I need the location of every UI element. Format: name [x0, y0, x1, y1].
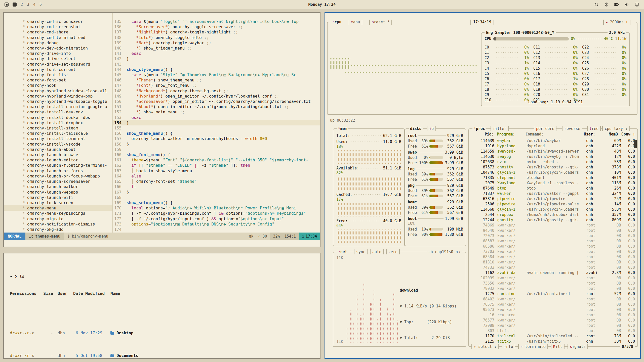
filter-button[interactable]: filter: [491, 126, 509, 131]
file-item[interactable]: *omarchy-install-dropbox: [4, 120, 112, 125]
tree-button[interactable]: tree: [587, 126, 601, 131]
io-button[interactable]: io: [427, 126, 436, 131]
preset-button[interactable]: preset *: [369, 20, 392, 25]
process-row[interactable]: 94540 kworker/ root 0B 0.0: [471, 228, 635, 233]
process-row[interactable]: 16 rcu_pree root 0B 0.0: [471, 312, 635, 318]
process-row[interactable]: 114659 swayosd- /usr/bin/swayosd-server …: [471, 149, 635, 154]
process-row[interactable]: 1162 avahi-da avahi-daemon: running [ av…: [471, 270, 635, 275]
file-item[interactable]: *omarchy-drive-select: [4, 56, 112, 61]
process-row[interactable]: 87649 btop btop dhh 26M 0.0: [471, 186, 635, 191]
process-row[interactable]: 803 btrfs-tr root 0B 0.0: [471, 328, 635, 333]
volume-icon[interactable]: [624, 2, 629, 7]
process-row[interactable]: 79032 kworker/ root 0B 0.0: [471, 286, 635, 291]
signals-control[interactable]: signals: [568, 344, 588, 349]
file-item[interactable]: *omarchy-hook: [4, 83, 112, 88]
select-control[interactable]: ↑ select ↓: [471, 344, 499, 349]
terminate-control[interactable]: ← terminate: [518, 344, 548, 349]
process-row[interactable]: 95673 kworker/ root 0B 0.0: [471, 307, 635, 312]
process-row[interactable]: 68586 kworker/ root 0B 0.0: [471, 244, 635, 249]
bluetooth-icon[interactable]: [604, 2, 609, 7]
process-row[interactable]: 72073 kworker/ root 0B 0.0: [471, 233, 635, 238]
workspace-2[interactable]: 2: [21, 2, 23, 7]
monitor-icon[interactable]: [634, 2, 639, 7]
process-row[interactable]: 68583 kworker/ root 0B 0.0: [471, 238, 635, 244]
process-row[interactable]: 1170 tailscal /usr/sbin/tailscaled -- ro…: [471, 333, 635, 339]
file-item[interactable]: *omarchy-launch-or-focus-webapp: [4, 173, 112, 179]
battery-icon[interactable]: [614, 2, 619, 7]
workspace-1-active[interactable]: [13, 3, 17, 7]
reverse-button[interactable]: reverse: [562, 126, 582, 131]
file-item[interactable]: *omarchy-install-docker-dbs: [4, 115, 112, 120]
net-interface[interactable]: ←b enp191s0 n→: [427, 249, 462, 254]
process-row[interactable]: 114630 swaybg /usr/bin/swaybg -i /hom dh…: [471, 154, 635, 159]
process-row[interactable]: 1275 containe /usr/bin/containerd root 5…: [471, 291, 635, 296]
process-row[interactable]: 68584 kworker/ root 0B 0.0: [471, 254, 635, 259]
file-item[interactable]: *omarchy-launch-editor: [4, 157, 112, 163]
file-item[interactable]: *omarchy-drive-info: [4, 51, 112, 56]
file-item[interactable]: *omarchy-launch-browser: [4, 152, 112, 157]
file-item[interactable]: *omarchy-debug: [4, 40, 112, 46]
file-item[interactable]: *omarchy-launch-about: [4, 147, 112, 152]
process-row[interactable]: 87573 ghostty /usr/bin/ghostty --gtk- dh…: [471, 164, 635, 170]
file-item[interactable]: *omarchy-launch-walker: [4, 184, 112, 189]
workspace-5[interactable]: 5: [39, 2, 42, 7]
file-item[interactable]: *omarchy-launch-wifi: [4, 195, 112, 200]
process-row[interactable]: 76575 kworker/ root 0B 0.0: [471, 302, 635, 307]
zero-button[interactable]: zero: [386, 249, 400, 254]
auto-button[interactable]: auto: [370, 249, 384, 254]
kill-control[interactable]: Kill: [551, 344, 565, 349]
file-item[interactable]: *omarchy-launch-or-focus: [4, 168, 112, 173]
process-row[interactable]: 12244 ghostty /usr/bin/ghostty --gtk- dh…: [471, 217, 635, 222]
sort-selector[interactable]: cpu lazy ↕: [602, 126, 630, 131]
file-item[interactable]: *omarchy-notification-dismiss: [4, 221, 112, 227]
file-item[interactable]: *omarchy-install-dev-env: [4, 109, 112, 115]
file-item[interactable]: *omarchy-drive-set-password: [4, 62, 112, 67]
process-row[interactable]: 71835 elephant elephant dhh 401M 0.0: [471, 175, 635, 180]
process-row[interactable]: 63816 pipewire /usr/bin/pipewire dhh 25M…: [471, 196, 635, 201]
update-interval[interactable]: -2000ms+: [603, 20, 630, 25]
process-row[interactable]: 68402 kworker/ root 0B 0.0: [471, 296, 635, 302]
process-row[interactable]: 76577 kworker/ root 0B 0.0: [471, 318, 635, 323]
file-item[interactable]: *omarchy-launch-floating-terminal-: [4, 163, 112, 168]
file-item[interactable]: *omarchy-font-set: [4, 77, 112, 83]
file-item[interactable]: *omarchy-cmd-share: [4, 29, 112, 35]
file-item[interactable]: *omarchy-font-current: [4, 67, 112, 72]
file-item[interactable]: *omarchy-menu: [4, 205, 112, 211]
process-row[interactable]: 104746 glycin-i /usr/lib/glycin-loaders …: [471, 170, 635, 175]
updates-icon[interactable]: [594, 2, 599, 7]
file-item[interactable]: *omarchy-hyprland-window-pop: [4, 94, 112, 99]
process-row[interactable]: 73703 kworker/ root 0B 0.0: [471, 249, 635, 254]
process-row[interactable]: 2544 dropbox /home/dhh/.dropbox-dist dhh…: [471, 212, 635, 217]
workspace-4[interactable]: 4: [33, 2, 35, 7]
file-item[interactable]: *omarchy-pkg-add: [4, 227, 112, 232]
file-item[interactable]: *omarchy-hyprland-window-close-all: [4, 88, 112, 94]
process-row[interactable]: 81310 kworker/ root 0B 0.0: [471, 259, 635, 265]
file-item[interactable]: *omarchy-hyprland-workspace-toggle: [4, 99, 112, 104]
file-item[interactable]: *omarchy-dev-add-migration: [4, 46, 112, 51]
file-item[interactable]: *omarchy-menu-keybindings: [4, 211, 112, 216]
process-row[interactable]: 71837 walker /usr/bin/walker --gappl dhh…: [471, 191, 635, 196]
code-editor[interactable]: 135 case $(menu "Toggle" "▢ Screensaver\…: [113, 13, 320, 233]
file-item[interactable]: *omarchy-install-vscode: [4, 142, 112, 147]
proc-scrollbar-thumb[interactable]: [634, 140, 637, 148]
workspace-3[interactable]: 3: [27, 2, 29, 7]
process-row[interactable]: 2506 pipewire /usr/bin/pipewire-pulse dh…: [471, 201, 635, 207]
menu-button[interactable]: menu: [349, 20, 362, 25]
file-item[interactable]: *omarchy-cmd-terminal-cwd: [4, 35, 112, 40]
process-row[interactable]: 1916 Hyprland Hyprland dhh 422M 0.0: [471, 143, 635, 149]
process-row[interactable]: 72088 kworker/ root 0B 0.0: [471, 323, 635, 328]
process-row[interactable]: 114668 glycin-i /usr/lib/glycin-loaders …: [471, 207, 635, 212]
file-item[interactable]: *omarchy-launch-screensaver: [4, 179, 112, 184]
file-item[interactable]: *omarchy-install-terminal: [4, 136, 112, 141]
info-control[interactable]: info: [502, 344, 515, 349]
process-row[interactable]: 114639 waybar /usr/bin/waybar dhh 69M 0.…: [471, 138, 635, 143]
file-item[interactable]: *omarchy-install-steam: [4, 125, 112, 131]
process-row[interactable]: 74869 kworker/ root 0B 0.0: [471, 222, 635, 228]
sync-button[interactable]: sync: [354, 249, 368, 254]
terminal-window[interactable]: ~ ❯ ls PermissionsSizeUserDate ModifiedN…: [3, 253, 320, 359]
file-item[interactable]: *omarchy-lock-screen: [4, 200, 112, 205]
process-row[interactable]: 74733 kworker/ root 0B 0.0: [471, 265, 635, 270]
launcher-icon[interactable]: [5, 3, 9, 7]
file-item[interactable]: *omarchy-install-chromium-google-a: [4, 104, 112, 109]
file-item[interactable]: *omarchy-migrate: [4, 216, 112, 221]
